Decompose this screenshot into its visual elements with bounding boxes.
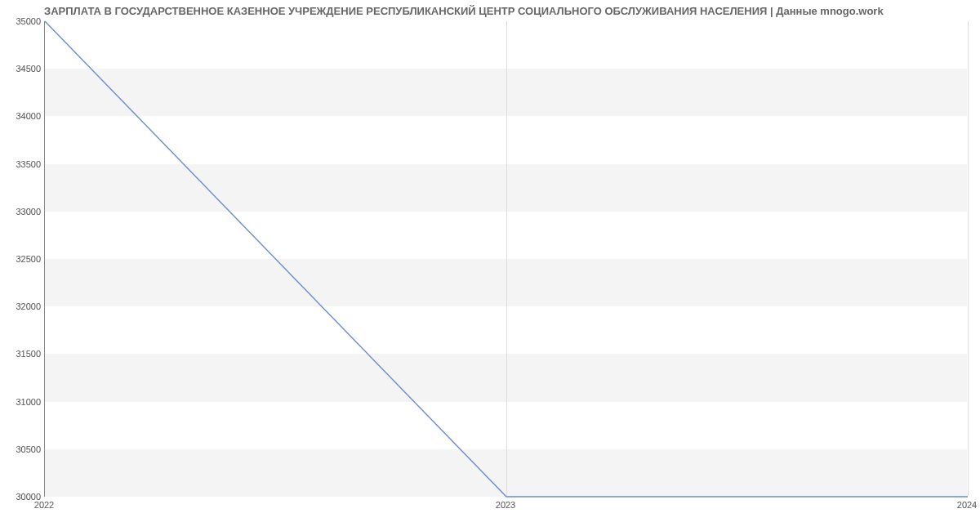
x-tick-label: 2024 <box>957 500 977 510</box>
y-tick-label: 33000 <box>3 207 41 216</box>
chart-title: ЗАРПЛАТА В ГОСУДАРСТВЕННОЕ КАЗЕННОЕ УЧРЕ… <box>44 5 964 17</box>
y-tick-label: 32000 <box>3 301 41 311</box>
y-tick-label: 33500 <box>3 159 41 169</box>
x-tick-label: 2023 <box>496 500 515 510</box>
series-line <box>45 21 968 497</box>
y-tick-label: 30500 <box>3 444 41 454</box>
line-svg <box>45 21 967 496</box>
y-tick-label: 31000 <box>3 397 41 407</box>
y-tick-label: 34500 <box>3 64 41 74</box>
y-tick-label: 31500 <box>3 349 41 359</box>
y-tick-label: 34000 <box>3 111 41 121</box>
x-gridline <box>968 21 969 496</box>
x-tick-label: 2022 <box>34 500 54 510</box>
y-tick-label: 32500 <box>3 254 41 264</box>
y-tick-label: 35000 <box>3 16 41 26</box>
plot-area <box>44 21 967 497</box>
